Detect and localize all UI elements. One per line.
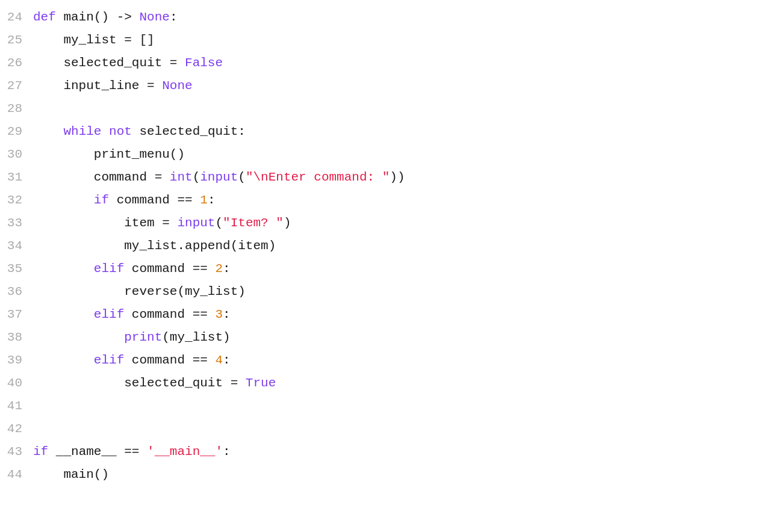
token-plain: main() (56, 10, 117, 24)
token-string: "Item? " (223, 216, 284, 230)
code-line: 36 reverse(my_list) (0, 280, 761, 303)
line-content: item = input("Item? ") (33, 213, 761, 234)
token-builtin: print (124, 330, 162, 344)
token-kw: def (33, 10, 56, 24)
line-content: my_list.append(item) (33, 236, 761, 256)
line-number: 37 (0, 305, 33, 325)
line-number: 35 (0, 259, 33, 279)
line-content: selected_quit = True (33, 373, 761, 394)
token-plain: item = (33, 216, 177, 230)
code-line: 42 (0, 418, 761, 441)
token-kw: if (33, 445, 48, 459)
token-number: 1 (200, 193, 208, 207)
line-content (33, 419, 761, 439)
line-content (33, 99, 761, 119)
token-plain: )) (390, 170, 405, 184)
token-plain: ( (238, 170, 246, 184)
token-ret-type: None (139, 10, 169, 24)
line-content: command = int(input("\nEnter command: ")… (33, 167, 761, 188)
token-const: False (185, 56, 223, 70)
line-content: if __name__ == '__main__': (33, 442, 761, 462)
line-number: 25 (0, 30, 33, 51)
token-plain: main() (33, 468, 109, 481)
token-plain: ( (215, 216, 223, 230)
token-kw: elif (94, 353, 124, 367)
code-line: 44 main() (0, 463, 761, 486)
line-number: 34 (0, 236, 33, 256)
line-number: 44 (0, 465, 33, 485)
code-line: 31 command = int(input("\nEnter command:… (0, 166, 761, 189)
line-content: my_list = [] (33, 30, 761, 51)
token-const: None (162, 79, 192, 93)
token-string: '__main__' (147, 445, 223, 459)
token-plain (101, 125, 109, 138)
token-plain (33, 330, 124, 344)
token-plain: selected_quit = (33, 376, 246, 390)
line-content: main() (33, 465, 761, 485)
line-content: print_menu() (33, 144, 761, 165)
token-plain (33, 353, 94, 367)
token-plain: : (223, 308, 231, 321)
code-line: 35 elif command == 2: (0, 258, 761, 280)
line-number: 24 (0, 7, 33, 28)
token-kw: elif (94, 262, 124, 276)
line-content: def main() -> None: (33, 7, 761, 28)
token-plain: command == (109, 193, 200, 207)
line-number: 31 (0, 167, 33, 188)
token-number: 3 (215, 308, 223, 321)
code-line: 33 item = input("Item? ") (0, 212, 761, 235)
token-plain: : (223, 353, 231, 367)
code-line: 27 input_line = None (0, 75, 761, 97)
code-line: 40 selected_quit = True (0, 372, 761, 395)
token-kw: if (94, 193, 109, 207)
code-line: 37 elif command == 3: (0, 303, 761, 326)
line-number: 38 (0, 327, 33, 348)
line-number: 39 (0, 350, 33, 371)
token-plain (33, 308, 94, 321)
token-plain: command = (33, 170, 170, 184)
line-number: 32 (0, 190, 33, 211)
code-line: 39 elif command == 4: (0, 349, 761, 372)
token-plain (33, 262, 94, 276)
token-plain: : (170, 10, 178, 24)
token-kw: elif (94, 308, 124, 321)
line-number: 33 (0, 213, 33, 234)
token-const: True (246, 376, 276, 390)
token-plain (33, 125, 63, 138)
token-plain (132, 10, 140, 24)
code-line: 30 print_menu() (0, 143, 761, 166)
line-content: print(my_list) (33, 327, 761, 348)
token-plain: my_list.append(item) (33, 239, 276, 253)
code-line: 29 while not selected_quit: (0, 120, 761, 143)
line-content: while not selected_quit: (33, 122, 761, 142)
token-plain: selected_quit = (33, 56, 185, 70)
token-builtin: int (170, 170, 193, 184)
code-editor: 24def main() -> None:25 my_list = []26 s… (0, 0, 761, 532)
line-number: 41 (0, 396, 33, 416)
code-line: 24def main() -> None: (0, 6, 761, 29)
token-plain: (my_list) (162, 330, 230, 344)
code-line: 26 selected_quit = False (0, 52, 761, 75)
line-number: 28 (0, 99, 33, 119)
line-content: if command == 1: (33, 190, 761, 211)
code-line: 38 print(my_list) (0, 326, 761, 349)
token-plain: selected_quit: (132, 125, 246, 138)
token-number: 4 (215, 353, 223, 367)
token-string: "\nEnter command: " (246, 170, 390, 184)
token-builtin: input (177, 216, 215, 230)
line-number: 42 (0, 419, 33, 439)
token-kw: not (109, 125, 132, 138)
code-line: 32 if command == 1: (0, 189, 761, 212)
token-plain: : (223, 445, 231, 459)
line-content: elif command == 3: (33, 305, 761, 325)
token-plain: print_menu() (33, 147, 185, 161)
line-content: elif command == 4: (33, 350, 761, 371)
line-content: input_line = None (33, 76, 761, 96)
code-line: 25 my_list = [] (0, 29, 761, 52)
line-number: 36 (0, 282, 33, 302)
line-content: reverse(my_list) (33, 282, 761, 302)
token-plain: command == (124, 308, 215, 321)
token-plain: input_line = (33, 79, 162, 93)
line-content (33, 396, 761, 416)
token-builtin: input (200, 170, 238, 184)
